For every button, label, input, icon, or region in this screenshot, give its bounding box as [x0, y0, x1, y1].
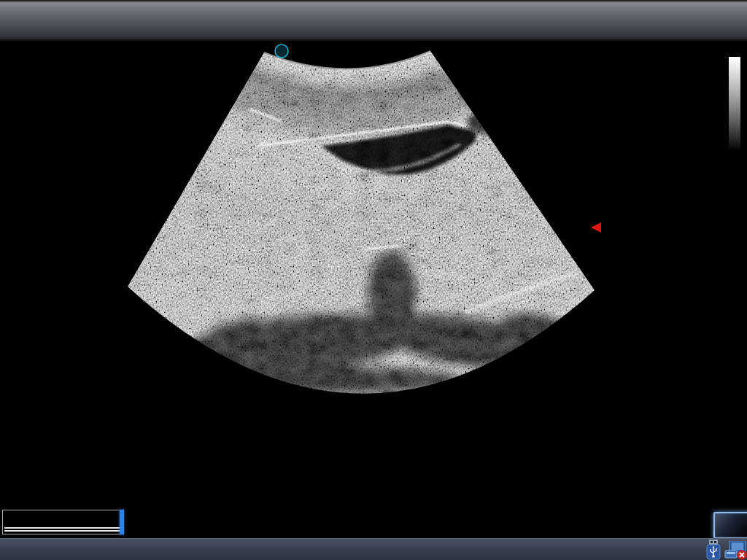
param-label [7, 95, 48, 112]
probe-orientation-marker-icon [275, 44, 288, 58]
cine-scrubber[interactable] [2, 510, 124, 534]
param-row-depth [7, 145, 48, 162]
param-row-dg [7, 78, 48, 95]
param-label [7, 78, 48, 95]
cine-track-line [4, 527, 120, 529]
ultrasound-screen: { "header": { "brand": "SonoScape", "hos… [0, 0, 747, 560]
parameter-panel [7, 61, 48, 162]
cine-button[interactable] [713, 512, 747, 539]
param-row-frequency [7, 128, 48, 145]
usb-device-icon[interactable] [705, 540, 722, 560]
param-label [7, 128, 48, 145]
focus-marker-icon[interactable] [591, 222, 601, 233]
param-row-frame-rate [7, 61, 48, 78]
param-row-power [7, 112, 48, 128]
cine-frame-labels [0, 497, 139, 509]
param-label [7, 145, 48, 162]
param-label [7, 112, 48, 128]
grayscale-map-bar [729, 57, 740, 151]
sector-image [124, 40, 598, 503]
cine-position-cursor[interactable] [120, 510, 124, 534]
ultrasound-image [0, 0, 747, 560]
taskbar [0, 538, 747, 560]
network-disconnected-icon[interactable] [724, 541, 747, 560]
param-label [7, 61, 48, 78]
title-bar [0, 0, 747, 41]
cine-track-line [4, 530, 120, 532]
param-row-gain [7, 95, 48, 112]
